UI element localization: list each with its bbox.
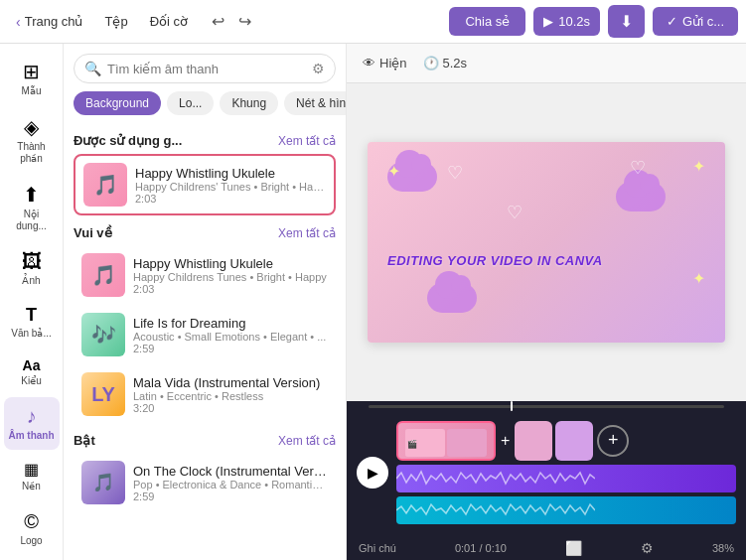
diamond-decoration: ✦ (692, 157, 705, 176)
share-button[interactable]: Chia sẻ (449, 7, 525, 36)
time-total: 0:10 (486, 542, 507, 554)
track-info: Happy Whistling Ukulele Happy Childrens … (133, 256, 328, 295)
track-meta: Latin • Eccentric • Restless (133, 390, 328, 402)
sidebar-item-mau[interactable]: ⊞ Mẫu (4, 52, 60, 105)
track-thumbnail: LY (81, 372, 125, 416)
view-toggle[interactable]: 👁 Hiện (363, 56, 407, 70)
sidebar-item-label: Nội dung... (8, 209, 56, 232)
sidebar-item-label: Nền (22, 481, 41, 492)
view-label: Hiện (379, 56, 407, 70)
see-all-bat-button[interactable]: Xem tất cả (278, 434, 336, 448)
track-item[interactable]: 🎵 Happy Whistling Ukulele Happy Children… (74, 154, 336, 215)
sidebar-item-kieu[interactable]: Aa Kiểu (4, 350, 60, 395)
playhead-marker (511, 401, 513, 411)
filter-tab-khung[interactable]: Khung (220, 91, 278, 115)
filter-tab-lo[interactable]: Lo... (167, 91, 214, 115)
filter-tab-background[interactable]: Background (74, 91, 161, 115)
section-title-used: Được sử dụng g... (74, 133, 182, 148)
sidebar-item-thanh-phan[interactable]: ◈ Thành phần (4, 107, 60, 173)
track-thumbnail: 🎶 (81, 313, 125, 356)
sidebar-item-label: Mẫu (22, 85, 42, 97)
see-all-used-button[interactable]: Xem tất cả (278, 134, 336, 148)
zoom-label: 38% (712, 542, 734, 554)
track-item[interactable]: 🎶 Life Is for Dreaming Acoustic • Small … (74, 306, 336, 363)
canvas-area: 👁 Hiện 🕐 5.2s ♡ ♡ ♡ ✦ ✦ ✦ EDITING YOUR (347, 44, 746, 560)
section-title-vui-ve: Vui về (74, 225, 112, 240)
section-header-bat: Bật Xem tất cả (74, 433, 336, 448)
sidebar-item-label: Âm thanh (8, 430, 54, 442)
topbar: ‹ Trang chủ Tệp Đối cờ ↩ ↪ Chia sẻ ▶ 10.… (0, 0, 746, 44)
video-clip-main[interactable]: 🎬 (396, 421, 496, 461)
video-clip-small-1[interactable] (515, 421, 552, 461)
photo-icon: 🖼 (22, 250, 42, 273)
sidebar-item-label: Kiểu (21, 375, 41, 387)
timeline-bottom-bar: Ghi chú 0:01 / 0:10 ⬜ ⚙ 38% (347, 536, 746, 560)
track-meta: Acoustic • Small Emotions • Elegant • ..… (133, 331, 328, 343)
filter-tab-net-hinh[interactable]: Nét & hình (284, 91, 346, 115)
track-thumbnail: 🎵 (81, 461, 125, 504)
track-duration: 2:03 (135, 193, 326, 205)
track-thumbnail: 🎵 (83, 163, 127, 207)
play-duration-button[interactable]: ▶ 10.2s (533, 7, 600, 36)
logo-icon: © (24, 510, 39, 533)
track-info: On The Clock (Instrumental Version) Pop … (133, 464, 328, 502)
sidebar-item-label: Thành phần (8, 141, 56, 165)
audio-track-row-1 (396, 465, 736, 492)
see-all-vui-ve-button[interactable]: Xem tất cả (278, 226, 336, 240)
search-input[interactable] (107, 62, 306, 76)
playhead-bar (347, 401, 746, 408)
plus-between-clips: + (501, 432, 510, 450)
undo-button[interactable]: ↩ (206, 8, 230, 35)
style-icon: Aa (23, 357, 41, 373)
topbar-right: Chia sẻ ▶ 10.2s ⬇ ✓ Gửi c... (449, 5, 738, 38)
sidebar-item-noi-dung[interactable]: ⬆ Nội dung... (4, 175, 60, 240)
components-icon: ◈ (24, 115, 39, 139)
sidebar-item-nen[interactable]: ▦ Nền (4, 452, 60, 500)
video-track-row: 🎬 + + (396, 421, 736, 461)
section-header-vui-ve: Vui về Xem tất cả (74, 225, 336, 240)
undo-redo-group: ↩ ↪ (206, 8, 257, 35)
track-name: Happy Whistling Ukulele (135, 166, 326, 181)
heart-decoration: ♡ (447, 162, 463, 184)
timeline-bar (369, 405, 724, 408)
audio-track-row-2 (396, 496, 736, 524)
track-item[interactable]: 🎵 On The Clock (Instrumental Version) Po… (74, 454, 336, 511)
file-menu-button[interactable]: Tệp (95, 10, 138, 33)
track-meta: Happy Childrens' Tunes • Bright • Happy (135, 181, 326, 193)
send-button[interactable]: ✓ Gửi c... (653, 7, 738, 36)
clock-icon: 🕐 (423, 56, 439, 70)
track-info: Life Is for Dreaming Acoustic • Small Em… (133, 316, 328, 354)
track-name: Mala Vida (Instrumental Version) (133, 375, 328, 390)
send-label: Gửi c... (682, 14, 724, 29)
audio-track-2[interactable] (396, 496, 736, 524)
sidebar-item-am-thanh[interactable]: ♪ Âm thanh (4, 397, 60, 450)
download-button[interactable]: ⬇ (608, 5, 645, 38)
ghi-chu-label: Ghi chú (359, 542, 396, 554)
timeline-area: ▶ 🎬 (347, 401, 746, 560)
topbar-menu-buttons: Tệp Đối cờ (95, 10, 199, 33)
track-item[interactable]: 🎵 Happy Whistling Ukulele Happy Children… (74, 246, 336, 304)
settings-icon: ⚙ (641, 540, 654, 556)
edit-menu-button[interactable]: Đối cờ (140, 10, 198, 33)
video-clip-small-2[interactable] (555, 421, 593, 461)
sidebar-item-anh[interactable]: 🖼 Ảnh (4, 242, 60, 295)
audio-track-1[interactable] (396, 465, 736, 492)
track-name: On The Clock (Instrumental Version) (133, 464, 328, 479)
time-label: 5.2s (443, 56, 468, 70)
track-item[interactable]: LY Mala Vida (Instrumental Version) Lati… (74, 365, 336, 423)
sidebar-item-van-ban[interactable]: T Văn bả... (4, 297, 60, 348)
timeline-tracks: 🎬 + + (396, 421, 736, 524)
timeline-play-button[interactable]: ▶ (357, 457, 388, 489)
add-clip-button[interactable]: + (597, 425, 629, 457)
upload-icon: ⬆ (23, 183, 40, 207)
home-button[interactable]: ‹ Trang chủ (8, 10, 91, 34)
grid-icon: ⊞ (23, 60, 40, 83)
play-icon: ▶ (368, 465, 378, 481)
redo-button[interactable]: ↪ (232, 8, 257, 35)
chevron-left-icon: ‹ (16, 14, 21, 30)
background-icon: ▦ (24, 460, 39, 479)
filter-icon[interactable]: ⚙ (312, 61, 325, 76)
sidebar-item-logo[interactable]: © Logo (4, 502, 60, 555)
video-clips: 🎬 + (396, 421, 593, 461)
time-separator: / (479, 542, 482, 554)
